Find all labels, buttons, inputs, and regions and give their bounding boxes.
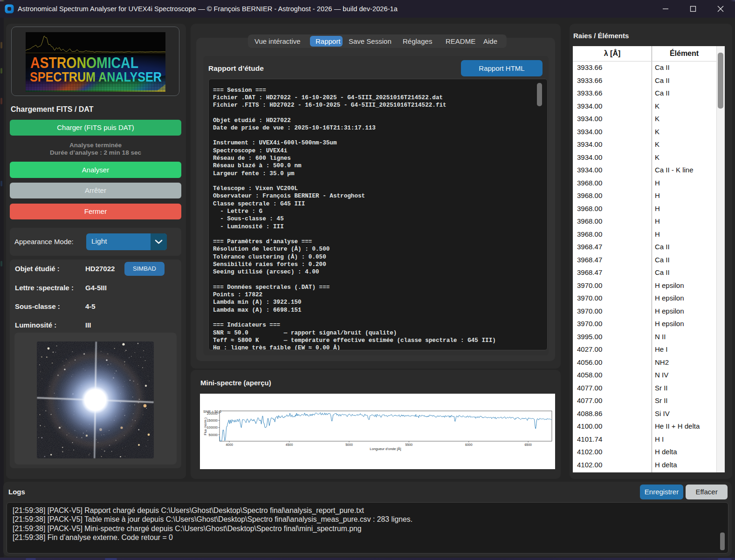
svg-text:Flux (norm.): Flux (norm.): [204, 417, 207, 435]
svg-text:Longueur d'onde [Å]: Longueur d'onde [Å]: [370, 447, 401, 451]
svg-text:5000: 5000: [345, 443, 353, 446]
svg-text:100000: 100000: [207, 426, 218, 429]
svg-text:4500: 4500: [286, 443, 293, 446]
svg-text:150000: 150000: [207, 419, 218, 422]
svg-text:50000: 50000: [209, 433, 218, 437]
svg-text:SNR ≈ 50.0: SNR ≈ 50.0: [203, 410, 221, 414]
svg-text:6500: 6500: [524, 443, 532, 446]
svg-text:4000: 4000: [226, 443, 233, 446]
svg-text:5500: 5500: [405, 443, 413, 446]
svg-text:SPECTRUM ANALYSER: SPECTRUM ANALYSER: [30, 69, 162, 84]
svg-text:6000: 6000: [465, 443, 473, 446]
